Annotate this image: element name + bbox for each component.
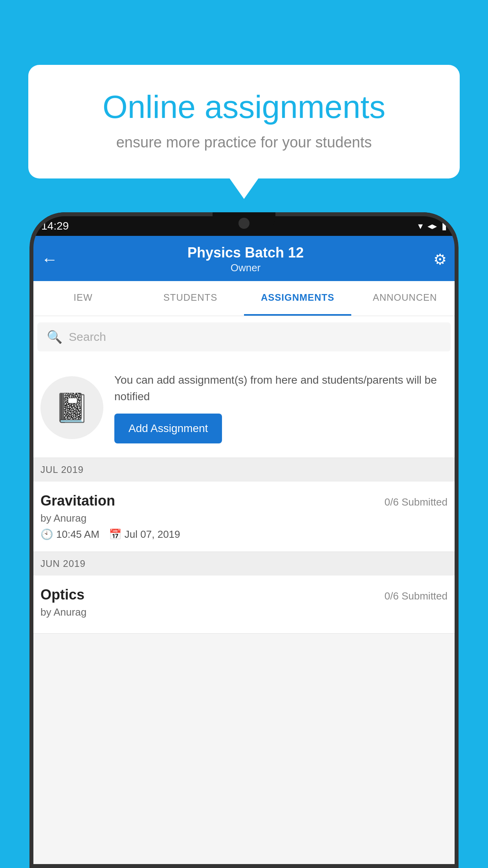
promo-card: 📓 You can add assignment(s) from here an… (29, 358, 459, 458)
tab-students[interactable]: STUDENTS (137, 281, 244, 316)
assignment-name-optics: Optics (40, 587, 84, 603)
tab-announcements[interactable]: ANNOUNCEN (351, 281, 459, 316)
assignment-row1-optics: Optics 0/6 Submitted (40, 587, 448, 603)
meta-time-gravitation: 🕙 10:45 AM (40, 528, 99, 541)
notebook-icon: 📓 (54, 391, 90, 425)
assignment-by-optics: by Anurag (40, 606, 448, 618)
promo-icon-wrap: 📓 (40, 376, 103, 439)
phone-notch (213, 212, 275, 233)
front-camera (238, 218, 250, 229)
assignment-meta-gravitation: 🕙 10:45 AM 📅 Jul 07, 2019 (40, 528, 448, 541)
speech-bubble-title: Online assignments (56, 88, 432, 125)
search-placeholder: Search (69, 330, 106, 344)
assignment-name-gravitation: Gravitation (40, 493, 115, 509)
status-icons: ▾ ◂▸ ▮ (418, 221, 447, 232)
assignment-item-gravitation[interactable]: Gravitation 0/6 Submitted by Anurag 🕙 10… (29, 482, 459, 552)
month-section-jun: JUN 2019 (29, 552, 459, 576)
month-label-jul: JUL 2019 (40, 464, 84, 475)
tab-bar: IEW STUDENTS ASSIGNMENTS ANNOUNCEN (29, 281, 459, 316)
promo-description: You can add assignment(s) from here and … (114, 372, 448, 405)
battery-icon: ▮ (442, 221, 447, 232)
header-center: Physics Batch 12 Owner (58, 245, 433, 274)
wifi-icon: ▾ (418, 221, 423, 232)
settings-button[interactable]: ⚙ (433, 251, 447, 268)
status-time: 14:29 (41, 220, 69, 232)
phone-frame: 14:29 ▾ ◂▸ ▮ ← Physics Batch 12 Owner ⚙ … (29, 212, 459, 868)
speech-bubble: Online assignments ensure more practice … (28, 65, 460, 178)
assignment-row1: Gravitation 0/6 Submitted (40, 493, 448, 509)
meta-date-gravitation: 📅 Jul 07, 2019 (109, 528, 180, 541)
month-section-jul: JUL 2019 (29, 458, 459, 482)
tab-iew[interactable]: IEW (29, 281, 137, 316)
calendar-icon: 📅 (109, 528, 121, 541)
back-button[interactable]: ← (41, 250, 58, 269)
search-input-wrap[interactable]: 🔍 Search (37, 322, 451, 351)
app-content: ← Physics Batch 12 Owner ⚙ IEW STUDENTS … (29, 236, 459, 868)
assignment-item-optics[interactable]: Optics 0/6 Submitted by Anurag (29, 576, 459, 634)
tab-assignments[interactable]: ASSIGNMENTS (244, 281, 351, 316)
promo-text: You can add assignment(s) from here and … (114, 372, 448, 443)
content-area: 🔍 Search 📓 You can add assignment(s) fro… (29, 316, 459, 868)
signal-icon: ◂▸ (427, 221, 437, 232)
assignment-submitted-optics: 0/6 Submitted (385, 590, 448, 602)
date-gravitation: Jul 07, 2019 (125, 528, 180, 541)
time-gravitation: 10:45 AM (56, 528, 99, 541)
add-assignment-button[interactable]: Add Assignment (114, 414, 222, 443)
app-header: ← Physics Batch 12 Owner ⚙ (29, 236, 459, 281)
header-title: Physics Batch 12 (58, 245, 433, 261)
header-subtitle: Owner (58, 262, 433, 274)
assignment-submitted-gravitation: 0/6 Submitted (385, 496, 448, 508)
clock-icon: 🕙 (40, 528, 53, 541)
assignment-by-gravitation: by Anurag (40, 512, 448, 524)
month-label-jun: JUN 2019 (40, 558, 86, 569)
search-icon: 🔍 (47, 329, 62, 344)
speech-bubble-subtitle: ensure more practice for your students (56, 134, 432, 151)
search-bar-wrapper: 🔍 Search (29, 316, 459, 358)
